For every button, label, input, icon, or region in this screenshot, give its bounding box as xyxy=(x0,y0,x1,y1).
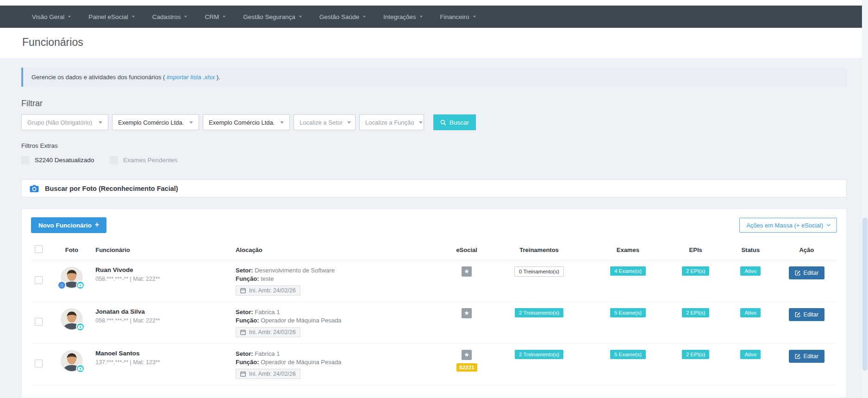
chevron-down-icon xyxy=(184,16,187,18)
caret-down-icon xyxy=(347,121,351,124)
sector-line: Setor: Fabrica 1 xyxy=(236,350,441,358)
extra-filters-title: Filtros Extras xyxy=(21,142,847,149)
chevron-down-icon xyxy=(68,16,71,18)
sector-dropdown[interactable]: Localize a Setor xyxy=(293,114,356,130)
employee-name: Ruan Vivode xyxy=(95,266,228,273)
row-checkbox[interactable] xyxy=(35,360,43,367)
nav-item-gestao-seguranca[interactable]: Gestão Segurança xyxy=(234,6,311,28)
camera-icon xyxy=(78,325,83,329)
nav-label: Visão Geral xyxy=(32,13,64,20)
edit-button[interactable]: Editar xyxy=(789,266,825,279)
calendar-icon xyxy=(240,288,246,293)
card-toolbar: Novo Funcionário + Ações em Massa (+ eSo… xyxy=(31,217,837,233)
page-title: Funcionários xyxy=(22,36,868,49)
chevron-down-icon xyxy=(363,16,366,18)
esocial-star-icon: ★ xyxy=(462,308,472,318)
edit-button[interactable]: Editar xyxy=(789,308,825,321)
sector-value: Fabrica 1 xyxy=(255,309,280,316)
employee-meta: 058.***.***-** | Mat: 222** xyxy=(95,276,228,282)
function-line: Função: teste xyxy=(236,275,441,283)
import-xlsx-link[interactable]: importar lista .xlsx xyxy=(167,74,215,81)
epis-badge[interactable]: 2 EPI(s) xyxy=(682,308,710,317)
bulk-actions-label: Ações em Massa (+ eSocial) xyxy=(746,222,823,229)
select-all-checkbox[interactable] xyxy=(35,245,43,253)
function-line: Função: Operador de Máquina Pesada xyxy=(236,316,441,325)
nav-label: Financeiro xyxy=(440,13,469,20)
nav-item-painel-esocial[interactable]: Painel eSocial xyxy=(80,6,144,28)
edit-icon xyxy=(795,270,800,276)
company-dropdown[interactable]: Exemplo Comércio Ltda. xyxy=(112,114,199,130)
function-label: Função: xyxy=(236,359,259,366)
camera-badge-icon[interactable] xyxy=(76,281,85,290)
function-value: teste xyxy=(261,275,274,282)
banner-text-end: ). xyxy=(217,74,220,81)
new-employee-button[interactable]: Novo Funcionário + xyxy=(31,217,106,233)
search-button[interactable]: Buscar xyxy=(433,114,476,130)
trainings-badge[interactable]: 2 Treinamento(s) xyxy=(515,308,563,317)
caret-down-icon xyxy=(189,121,193,124)
sector-value: Desenvolvimento de Software xyxy=(255,267,335,274)
exams-badge[interactable]: 5 Exame(s) xyxy=(610,350,646,359)
nav-item-gestao-saude[interactable]: Gestão Saúde xyxy=(311,6,375,28)
page-scrollbar xyxy=(862,0,868,398)
scrollbar-thumb[interactable] xyxy=(862,218,868,371)
column-header-foto: Foto xyxy=(51,240,92,260)
s2240-checkbox[interactable] xyxy=(21,156,29,164)
epis-badge[interactable]: 2 EPI(s) xyxy=(682,350,710,359)
row-checkbox[interactable] xyxy=(35,318,43,326)
table-header-row: Foto Funcionário Alocação eSocial Treina… xyxy=(31,240,837,260)
nav-item-crm[interactable]: CRM xyxy=(196,6,234,28)
esocial-star-icon: ★ xyxy=(462,350,472,360)
ini-amb-box: Ini. Amb: 24/02/26 xyxy=(236,369,300,379)
column-header-esocial: eSocial xyxy=(444,240,489,260)
chevron-down-icon xyxy=(132,16,135,18)
sector-label: Setor: xyxy=(236,309,253,316)
function-label: Função: xyxy=(236,275,259,282)
calendar-icon xyxy=(240,329,246,335)
function-dropdown[interactable]: Localize a Função xyxy=(359,114,424,130)
table-row: Manoel Santos 137.***.***-** | Mat: 123*… xyxy=(31,344,837,385)
camera-badge-icon[interactable] xyxy=(76,322,85,331)
edit-button[interactable]: Editar xyxy=(789,350,825,363)
esocial-star-icon: ★ xyxy=(462,266,472,277)
dropdown-label: Localize a Setor xyxy=(300,119,343,126)
exams-badge[interactable]: 4 Exame(s) xyxy=(610,266,646,276)
table-row: ☝ Ruan Vivode 058.***.***-** | Mat: 222*… xyxy=(31,260,837,302)
ini-amb-label: Ini. Amb: 24/02/26 xyxy=(249,371,296,377)
unit-dropdown[interactable]: Exemplo Comércio Ltda. xyxy=(203,114,290,130)
sector-label: Setor: xyxy=(236,350,253,357)
exams-badge[interactable]: 5 Exame(s) xyxy=(610,308,646,317)
epis-badge[interactable]: 2 EPI(s) xyxy=(682,266,710,276)
nav-label: Gestão Saúde xyxy=(319,13,359,20)
camera-icon xyxy=(30,184,39,193)
caret-down-icon xyxy=(99,121,102,124)
checkbox-label: Exames Pendentes xyxy=(123,157,177,164)
function-value: Operador de Máquina Pesada xyxy=(261,317,341,324)
nav-item-cadastros[interactable]: Cadastros xyxy=(144,6,196,28)
trainings-badge[interactable]: 2 Treinamento(s) xyxy=(515,350,563,359)
photo-search-bar[interactable]: Buscar por Foto (Reconhecimento Facial) xyxy=(21,179,847,197)
nav-label: Cadastros xyxy=(152,13,181,20)
nav-item-visao-geral[interactable]: Visão Geral xyxy=(23,6,80,28)
bulk-actions-button[interactable]: Ações em Massa (+ eSocial) xyxy=(739,218,837,233)
search-icon xyxy=(440,120,446,126)
employee-meta: 058.***.***-** | Mat: 222** xyxy=(95,317,228,324)
column-header-funcionario: Funcionário xyxy=(92,240,232,260)
row-checkbox[interactable] xyxy=(35,276,43,284)
status-badge: Ativo xyxy=(740,266,761,276)
exames-pendentes-checkbox[interactable] xyxy=(110,156,118,164)
group-dropdown[interactable]: Grupo (Não Obrigatório) xyxy=(21,114,108,130)
new-employee-label: Novo Funcionário xyxy=(38,222,92,229)
hand-pointer-badge-icon[interactable]: ☝ xyxy=(57,281,66,290)
avatar: ☝ xyxy=(61,266,83,289)
camera-badge-icon[interactable] xyxy=(76,364,85,373)
nav-label: Integrações xyxy=(383,13,416,20)
nav-item-integracoes[interactable]: Integrações xyxy=(375,6,431,28)
calendar-icon xyxy=(240,371,246,377)
column-header-alocacao: Alocação xyxy=(232,240,444,260)
sector-line: Setor: Fabrica 1 xyxy=(236,308,441,316)
plus-icon: + xyxy=(95,221,99,229)
nav-item-financeiro[interactable]: Financeiro xyxy=(431,6,485,28)
sector-label: Setor: xyxy=(236,267,253,274)
trainings-badge[interactable]: 0 Treinamento(s) xyxy=(514,266,564,277)
